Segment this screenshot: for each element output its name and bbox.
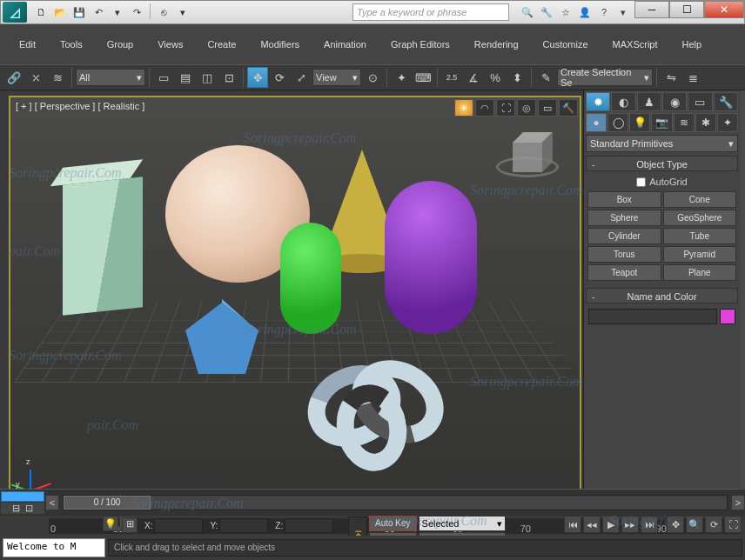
trackview-toggle[interactable]: ⊟⊡ xyxy=(1,503,44,514)
link-icon[interactable]: ⎋ xyxy=(155,3,172,21)
torus-button[interactable]: Torus xyxy=(587,246,661,263)
create-tab[interactable]: ✹ xyxy=(586,92,610,111)
box-object[interactable] xyxy=(63,177,143,316)
binoculars-icon[interactable]: 🔍 xyxy=(520,4,535,20)
helpers-subtab[interactable]: ≋ xyxy=(674,113,695,132)
star-icon[interactable]: ☆ xyxy=(558,4,574,20)
move-tool-icon[interactable]: ✥ xyxy=(247,67,268,88)
nav-maximize-icon[interactable]: ⛶ xyxy=(724,516,742,533)
goto-end-icon[interactable]: ⏭ xyxy=(641,516,658,533)
x-coord-input[interactable] xyxy=(154,518,203,533)
systems-subtab[interactable]: ✦ xyxy=(717,113,738,132)
unlink-tool-icon[interactable]: ⤫ xyxy=(25,67,46,88)
manipulate-icon[interactable]: ✦ xyxy=(391,67,412,88)
window-crossing-icon[interactable]: ⊡ xyxy=(218,67,239,88)
app-icon[interactable]: ◿ xyxy=(3,2,27,23)
menu-create[interactable]: Create xyxy=(195,37,248,52)
play-icon[interactable]: ▶ xyxy=(602,516,620,533)
named-sel-edit-icon[interactable]: ✎ xyxy=(535,67,556,88)
plane-button[interactable]: Plane xyxy=(663,264,737,281)
close-button[interactable]: ✕ xyxy=(704,1,744,18)
rotate-tool-icon[interactable]: ⟳ xyxy=(269,67,290,88)
redo-icon[interactable]: ↷ xyxy=(128,3,145,21)
menu-help[interactable]: Help xyxy=(670,37,722,52)
pentagon-object[interactable] xyxy=(174,296,270,383)
maximize-button[interactable]: ☐ xyxy=(669,1,704,18)
bind-tool-icon[interactable]: ≋ xyxy=(47,67,68,88)
goto-start-icon[interactable]: ⏮ xyxy=(564,516,581,533)
percent-snap-icon[interactable]: % xyxy=(485,67,506,88)
next-frame-icon[interactable]: ▸▸ xyxy=(621,516,639,533)
new-file-icon[interactable]: 🗋 xyxy=(32,3,50,21)
lock-selection-icon[interactable]: 💡 xyxy=(103,516,118,531)
nav-pan-icon[interactable]: ✥ xyxy=(667,516,684,533)
search-input[interactable]: Type a keyword or phrase xyxy=(352,3,509,21)
select-name-icon[interactable]: ▤ xyxy=(175,67,196,88)
teapot-button[interactable]: Teapot xyxy=(587,264,661,281)
lights-subtab[interactable]: 💡 xyxy=(629,113,650,132)
timeslider-prev[interactable]: < xyxy=(45,495,59,510)
key-filter-selected[interactable]: Selected▾ xyxy=(419,516,506,531)
time-slider-handle[interactable]: 0 / 100 xyxy=(64,496,151,510)
utilities-tab[interactable]: 🔧 xyxy=(714,92,738,111)
name-color-rollout[interactable]: Name and Color xyxy=(586,288,738,303)
time-slider[interactable]: 0 / 100 xyxy=(63,495,728,510)
box-button[interactable]: Box xyxy=(587,191,661,208)
angle-snap-icon[interactable]: ∡ xyxy=(463,67,484,88)
capsule-purple-object[interactable] xyxy=(385,181,477,334)
link-tool-icon[interactable]: 🔗 xyxy=(3,67,24,88)
named-selection-set[interactable]: Create Selection Se▾ xyxy=(557,69,653,86)
signin-icon[interactable]: 👤 xyxy=(577,4,593,20)
modify-tab[interactable]: ◐ xyxy=(611,92,635,111)
prev-frame-icon[interactable]: ◂◂ xyxy=(583,516,601,533)
nav-zoom-icon[interactable]: 🔍 xyxy=(686,516,703,533)
minimize-button[interactable]: ─ xyxy=(634,1,669,18)
cone-button[interactable]: Cone xyxy=(663,191,737,208)
keyboard-shortcut-icon[interactable]: ⌨ xyxy=(413,67,433,88)
dropdown2-icon[interactable]: ▾ xyxy=(174,3,191,21)
autogrid-checkbox[interactable]: AutoGrid xyxy=(586,174,738,190)
display-tab[interactable]: ▭ xyxy=(688,92,712,111)
object-color-swatch[interactable] xyxy=(720,309,735,324)
cameras-subtab[interactable]: 📷 xyxy=(651,113,672,132)
pyramid-button[interactable]: Pyramid xyxy=(663,246,737,263)
capsule-green-object[interactable] xyxy=(280,223,341,334)
select-region-icon[interactable]: ◫ xyxy=(197,67,218,88)
object-category-dropdown[interactable]: Standard Primitives▾ xyxy=(586,135,738,152)
dropdown-icon[interactable]: ▾ xyxy=(109,3,126,21)
geosphere-button[interactable]: GeoSphere xyxy=(663,210,737,226)
menu-maxscript[interactable]: MAXScript xyxy=(601,37,670,52)
spacewarps-subtab[interactable]: ✱ xyxy=(695,113,716,132)
tube-button[interactable]: Tube xyxy=(663,228,737,244)
object-name-input[interactable] xyxy=(588,309,717,324)
motion-tab[interactable]: ◉ xyxy=(662,92,687,111)
isolate-icon[interactable]: ⊞ xyxy=(122,517,138,533)
align-icon[interactable]: ≣ xyxy=(682,67,703,88)
torus-knot-object[interactable] xyxy=(298,341,463,480)
maxscript-listener[interactable]: Welcome to M xyxy=(3,538,105,557)
auto-key-button[interactable]: Auto Key xyxy=(369,516,417,531)
pivot-icon[interactable]: ⊙ xyxy=(362,67,383,88)
hierarchy-tab[interactable]: ♟ xyxy=(637,92,661,111)
mirror-icon[interactable]: ⇋ xyxy=(661,67,681,88)
snap-toggle-icon[interactable]: 2.5 xyxy=(441,67,462,88)
viewport[interactable]: [ + ] [ Perspective ] [ Realistic ] ☀ ◠ … xyxy=(9,96,581,511)
open-file-icon[interactable]: 📂 xyxy=(51,3,69,21)
menu-views[interactable]: Views xyxy=(145,37,195,52)
menu-customize[interactable]: Customize xyxy=(531,37,601,52)
menu-rendering[interactable]: Rendering xyxy=(462,37,531,52)
timeslider-next[interactable]: > xyxy=(731,495,745,510)
menu-edit[interactable]: Edit xyxy=(7,37,48,52)
trackview-mini-button[interactable] xyxy=(1,491,44,502)
help-icon[interactable]: ? xyxy=(596,4,612,20)
sphere-button[interactable]: Sphere xyxy=(587,210,661,226)
dropdown3-icon[interactable]: ▾ xyxy=(615,4,631,20)
geometry-subtab[interactable]: ● xyxy=(586,113,607,132)
object-type-rollout[interactable]: Object Type xyxy=(586,156,738,171)
y-coord-input[interactable] xyxy=(219,518,268,533)
menu-tools[interactable]: Tools xyxy=(48,37,95,52)
scale-tool-icon[interactable]: ⤢ xyxy=(291,67,312,88)
undo-icon[interactable]: ↶ xyxy=(90,3,107,21)
shapes-subtab[interactable]: ◯ xyxy=(607,113,628,132)
ref-coord-system[interactable]: View▾ xyxy=(312,69,361,86)
